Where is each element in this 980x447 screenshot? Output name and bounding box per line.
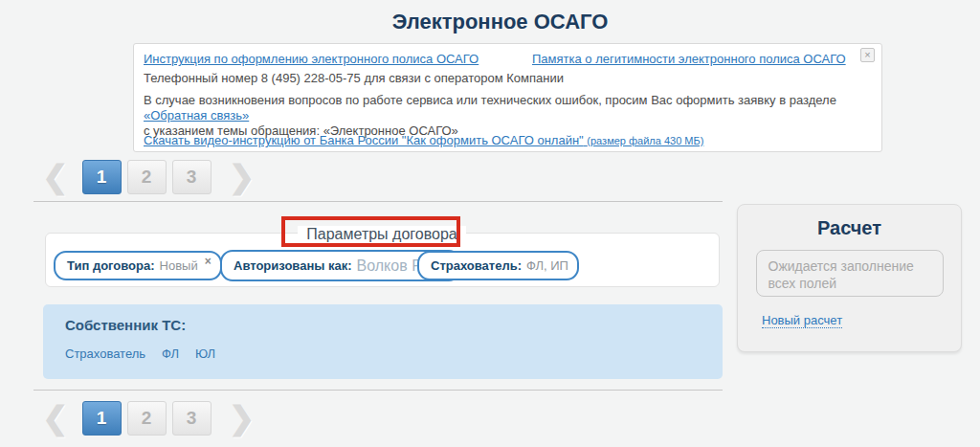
phone-line: Телефонный номер 8 (495) 228-05-75 для с… <box>144 71 564 85</box>
pill-label: Авторизованы как: <box>234 258 352 273</box>
step-1[interactable]: 1 <box>82 160 122 194</box>
close-icon[interactable]: × <box>205 255 212 268</box>
step-3[interactable]: 3 <box>172 401 212 436</box>
stepper-bottom: ❮ 1 2 3 ❯ <box>42 401 255 436</box>
new-calculation-link[interactable]: Новый расчет <box>762 313 842 328</box>
chevron-left-icon[interactable]: ❮ <box>42 401 69 436</box>
owner-option-legal-entity[interactable]: ЮЛ <box>195 346 215 361</box>
close-icon[interactable]: × <box>860 48 875 62</box>
chevron-right-icon[interactable]: ❯ <box>229 160 256 194</box>
vehicle-owner-title: Собственник ТС: <box>65 317 186 333</box>
chevron-right-icon[interactable]: ❯ <box>229 401 256 436</box>
pill-value: Новый <box>160 258 198 273</box>
video-size-note: (размер файла 430 МБ) <box>587 135 703 146</box>
feedback-text: В случае возникновения вопросов по работ… <box>144 93 836 107</box>
calculation-title: Расчет <box>738 217 961 239</box>
owner-option-insurer[interactable]: Страхователь <box>65 346 145 361</box>
contract-params-legend: Параметры договора <box>286 226 478 243</box>
pill-value: ФЛ, ИП <box>526 258 568 273</box>
calculation-pending-box: Ожидается заполнение всех полей <box>756 250 944 297</box>
pill-contract-type: Тип договора: Новый × <box>54 251 222 280</box>
step-2[interactable]: 2 <box>127 401 167 436</box>
video-link-text: Скачать видео-инструкцию от Банка России… <box>144 133 584 147</box>
pill-insurer: Страхователь: ФЛ, ИП <box>417 251 579 280</box>
vehicle-owner-box: Собственник ТС: Страхователь ФЛ ЮЛ <box>43 304 723 379</box>
feedback-link[interactable]: «Обратная связь» <box>144 108 249 123</box>
pill-label: Тип договора: <box>67 258 155 273</box>
step-1[interactable]: 1 <box>82 401 122 436</box>
page-title: Электронное ОСАГО <box>0 10 980 34</box>
divider-bottom <box>33 390 723 391</box>
stepper-top: ❮ 1 2 3 ❯ <box>42 160 255 194</box>
calculation-panel: Расчет Ожидается заполнение всех полей Н… <box>737 204 962 352</box>
video-instruction-link[interactable]: Скачать видео-инструкцию от Банка России… <box>144 133 703 147</box>
notice-box: Инструкция по оформлению электронного по… <box>133 43 882 152</box>
feedback-paragraph: В случае возникновения вопросов по работ… <box>144 93 871 139</box>
step-3[interactable]: 3 <box>172 160 212 194</box>
divider-top <box>33 201 723 202</box>
instruction-link[interactable]: Инструкция по оформлению электронного по… <box>144 52 479 66</box>
chevron-left-icon[interactable]: ❮ <box>42 160 69 194</box>
owner-option-individual[interactable]: ФЛ <box>162 346 179 361</box>
step-2[interactable]: 2 <box>127 160 167 194</box>
legitimacy-link[interactable]: Памятка о легитимности электронного поли… <box>532 52 846 66</box>
pill-label: Страхователь: <box>431 258 522 273</box>
